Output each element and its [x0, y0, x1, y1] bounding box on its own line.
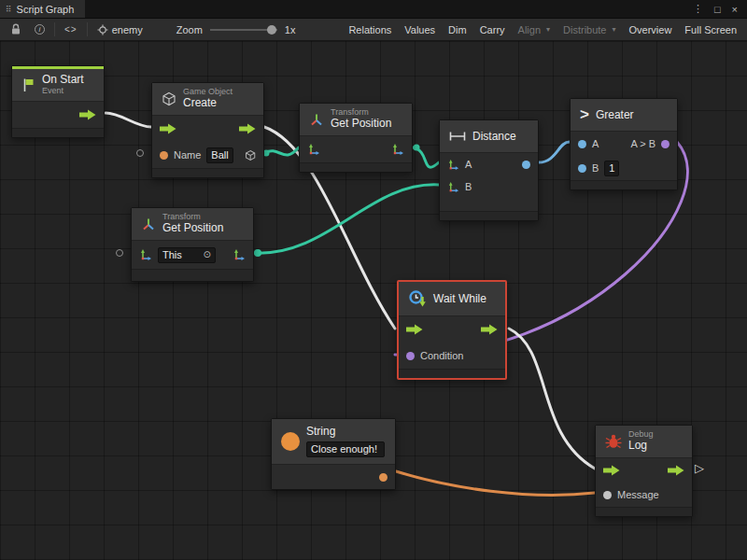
name-port-label: Name: [174, 149, 201, 161]
lock-button[interactable]: [4, 19, 28, 40]
toolbar-separator: [54, 22, 55, 36]
cube-icon: [162, 91, 176, 106]
node-header: Debug Log: [596, 426, 692, 457]
node-wait-while[interactable]: Wait While Condition: [397, 280, 507, 380]
zoom-slider-thumb[interactable]: [267, 25, 276, 35]
node-debug-log[interactable]: Debug Log Message: [595, 425, 693, 517]
flow-input-port[interactable]: [406, 324, 423, 335]
node-header: Transform Get Position: [300, 104, 412, 135]
b-input-port[interactable]: [578, 164, 586, 173]
b-port-label: B: [465, 181, 472, 192]
node-get-position-top[interactable]: Transform Get Position: [299, 103, 413, 173]
graph-canvas[interactable]: On Start Event: [0, 41, 747, 560]
edit-script-button[interactable]: <>: [58, 19, 84, 40]
target-value-field[interactable]: This ⊙: [158, 247, 216, 263]
transform-input-port[interactable]: [139, 248, 152, 261]
info-button[interactable]: i: [28, 19, 51, 40]
node-title: Get Position: [162, 222, 223, 234]
name-value-field[interactable]: Ball: [206, 147, 233, 163]
vector-input-port-b[interactable]: [447, 181, 459, 193]
a-port-label: A: [465, 159, 472, 170]
transform-icon: [309, 112, 324, 127]
b-value-field[interactable]: 1: [604, 161, 619, 176]
node-greater[interactable]: > Greater A A > B B 1: [570, 98, 678, 190]
node-header: > Greater: [571, 99, 677, 131]
message-port-label: Message: [617, 489, 659, 500]
toolbar-separator: [87, 22, 88, 36]
transform-input-port[interactable]: [307, 143, 320, 156]
node-header: On Start Event: [12, 69, 104, 101]
flow-output-port[interactable]: [79, 109, 96, 120]
relations-button[interactable]: Relations: [342, 19, 398, 40]
fullscreen-button[interactable]: Full Screen: [678, 19, 743, 40]
unconnected-port-indicator[interactable]: [116, 249, 123, 257]
flow-input-port[interactable]: [603, 465, 620, 476]
node-footer: [300, 162, 412, 172]
window-maximize-icon[interactable]: □: [714, 4, 721, 15]
a-port-label: A: [592, 138, 599, 149]
unconnected-port-indicator[interactable]: [136, 149, 144, 157]
string-value-field[interactable]: Close enough!: [306, 441, 385, 457]
string-output-port[interactable]: [379, 473, 388, 482]
values-button[interactable]: Values: [398, 19, 442, 40]
graph-target[interactable]: enemy: [91, 19, 149, 40]
a-input-port[interactable]: [578, 140, 586, 148]
wire-bead: [254, 249, 261, 257]
wire-waitwhile-to-log[interactable]: [509, 329, 595, 469]
node-title: Get Position: [331, 118, 391, 130]
node-gameobject-create[interactable]: Game Object Create Name: [151, 82, 264, 178]
flow-output-port[interactable]: [481, 324, 498, 335]
distribute-dropdown[interactable]: Distribute ▾: [557, 19, 622, 40]
wire-onstart-to-create[interactable]: [106, 113, 151, 127]
align-dropdown[interactable]: Align ▾: [512, 19, 557, 40]
node-title: On Start: [42, 74, 84, 86]
graph-tab-icon: ⠿: [6, 5, 12, 14]
flow-output-port[interactable]: [239, 123, 256, 134]
object-picker-icon[interactable]: ⊙: [204, 250, 211, 259]
window-close-icon[interactable]: ×: [732, 4, 738, 15]
b-port-label: B: [592, 162, 599, 174]
overview-button[interactable]: Overview: [623, 19, 679, 40]
node-title: Greater: [596, 108, 634, 121]
window-menu-icon[interactable]: ⋮: [693, 3, 703, 15]
string-value-text: Close enough!: [311, 444, 377, 455]
condition-port-label: Condition: [420, 350, 463, 361]
name-value-text: Ball: [211, 150, 228, 161]
b-value-text: 1: [609, 163, 614, 174]
dim-button-label: Dim: [448, 24, 467, 35]
zoom-control: Zoom 1x: [170, 19, 303, 40]
result-port-label: A > B: [630, 138, 655, 149]
tab-script-graph[interactable]: ⠿ Script Graph: [0, 0, 85, 18]
condition-input-port[interactable]: [406, 352, 415, 360]
node-footer: [152, 168, 263, 177]
name-input-port[interactable]: [160, 151, 168, 160]
node-on-start-event[interactable]: On Start Event: [11, 65, 105, 138]
chevron-down-icon: ▾: [546, 25, 550, 34]
target-name: enemy: [112, 24, 143, 35]
node-footer: [440, 211, 538, 220]
node-get-position-left[interactable]: Transform Get Position This ⊙: [131, 207, 254, 282]
vector-input-port-a[interactable]: [447, 159, 459, 171]
flow-output-port[interactable]: [668, 465, 684, 476]
vector-output-port[interactable]: [391, 143, 404, 156]
lock-icon: [10, 23, 21, 35]
carry-button[interactable]: Carry: [473, 19, 512, 40]
node-footer: [132, 269, 253, 281]
gameobject-output-port[interactable]: [245, 149, 256, 161]
node-distance[interactable]: Distance A: [439, 119, 539, 221]
target-value-text: This: [162, 250, 182, 260]
wire-getposition-to-distance-b[interactable]: [254, 185, 439, 253]
zoom-slider[interactable]: [210, 24, 277, 35]
node-string-literal[interactable]: String Close enough!: [271, 418, 396, 490]
message-input-port[interactable]: [603, 491, 612, 499]
node-footer: [596, 507, 692, 516]
wire-distance-to-greater-a[interactable]: [539, 142, 570, 162]
distance-output-port[interactable]: [522, 161, 530, 169]
flow-input-port[interactable]: [160, 123, 176, 134]
dim-button[interactable]: Dim: [442, 19, 473, 40]
script-graph-window: ⠿ Script Graph ⋮ □ × i <>: [0, 0, 747, 560]
vector-output-port[interactable]: [233, 248, 246, 261]
wire-string-to-message[interactable]: [396, 471, 595, 495]
transform-icon: [141, 217, 156, 231]
result-output-port[interactable]: [661, 140, 669, 148]
